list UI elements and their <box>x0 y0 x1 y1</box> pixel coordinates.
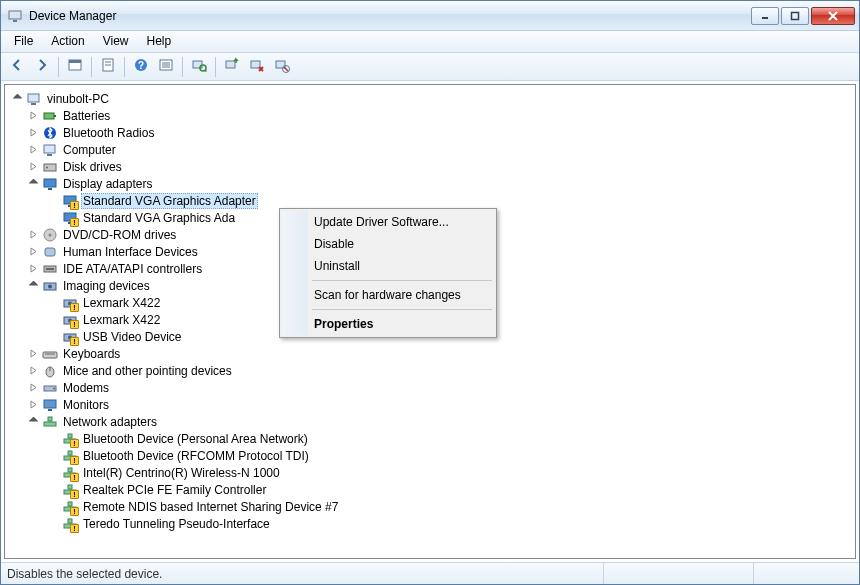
computer-icon <box>42 142 58 158</box>
expand-icon[interactable] <box>27 126 40 139</box>
tree-item-label: Bluetooth Device (Personal Area Network) <box>81 432 310 446</box>
warning-badge: ! <box>70 320 79 329</box>
tree-item-label: Human Interface Devices <box>61 245 200 259</box>
expand-icon[interactable] <box>27 347 40 360</box>
expand-icon[interactable] <box>27 398 40 411</box>
toolbar-show-hide-console-button[interactable] <box>63 55 87 79</box>
menu-view[interactable]: View <box>94 31 138 52</box>
network-icon: ! <box>62 431 78 447</box>
warning-badge: ! <box>70 524 79 533</box>
menu-help[interactable]: Help <box>138 31 181 52</box>
context-menu-uninstall[interactable]: Uninstall <box>282 255 494 277</box>
menu-file[interactable]: File <box>5 31 42 52</box>
svg-rect-77 <box>68 519 72 523</box>
svg-rect-59 <box>48 417 52 421</box>
tree-category[interactable]: Computer <box>7 141 855 158</box>
tree-item-label: Imaging devices <box>61 279 152 293</box>
tree-root[interactable]: vinubolt-PC <box>7 90 855 107</box>
toolbar-back-button[interactable] <box>5 55 29 79</box>
svg-rect-68 <box>68 468 72 472</box>
warning-badge: ! <box>70 490 79 499</box>
tree-item-label: Keyboards <box>61 347 122 361</box>
toolbar-properties-button[interactable] <box>96 55 120 79</box>
network-icon: ! <box>62 499 78 515</box>
tree-category[interactable]: Modems <box>7 379 855 396</box>
svg-rect-39 <box>45 248 55 256</box>
context-menu[interactable]: Update Driver Software...DisableUninstal… <box>279 208 497 338</box>
expand-icon[interactable] <box>27 160 40 173</box>
svg-rect-71 <box>68 485 72 489</box>
expand-icon[interactable] <box>27 381 40 394</box>
svg-point-55 <box>53 387 55 389</box>
tree-device[interactable]: !Remote NDIS based Internet Sharing Devi… <box>7 498 855 515</box>
tree-item-label: Lexmark X422 <box>81 313 162 327</box>
toolbar-update-driver-button[interactable] <box>220 55 244 79</box>
toolbar-forward-button[interactable] <box>30 55 54 79</box>
device-manager-window: Device Manager FileActionViewHelp ? vinu… <box>0 0 860 585</box>
svg-rect-41 <box>46 268 54 270</box>
imaging-icon: ! <box>62 295 78 311</box>
svg-rect-24 <box>44 113 54 119</box>
toolbar-uninstall-button[interactable] <box>245 55 269 79</box>
tree-item-label: Network adapters <box>61 415 159 429</box>
tree-item-label: Display adapters <box>61 177 154 191</box>
tree-category[interactable]: Keyboards <box>7 345 855 362</box>
tree-device[interactable]: !Bluetooth Device (RFCOMM Protocol TDI) <box>7 447 855 464</box>
context-menu-disable[interactable]: Disable <box>282 233 494 255</box>
maximize-button[interactable] <box>781 7 809 25</box>
collapse-icon[interactable] <box>27 279 40 292</box>
titlebar[interactable]: Device Manager <box>1 1 859 31</box>
toolbar-action-list-button[interactable] <box>154 55 178 79</box>
tree-device[interactable]: !Intel(R) Centrino(R) Wireless-N 1000 <box>7 464 855 481</box>
tree-item-label: Bluetooth Radios <box>61 126 156 140</box>
tree-item-label: Standard VGA Graphics Ada <box>81 211 237 225</box>
tree-category[interactable]: Monitors <box>7 396 855 413</box>
warning-badge: ! <box>70 439 79 448</box>
tree-device[interactable]: !Realtek PCIe FE Family Controller <box>7 481 855 498</box>
expand-icon[interactable] <box>27 245 40 258</box>
status-pane-2 <box>753 563 853 584</box>
status-text: Disables the selected device. <box>7 567 162 581</box>
toolbar-scan-hardware-button[interactable] <box>187 55 211 79</box>
expand-icon[interactable] <box>27 143 40 156</box>
expand-icon[interactable] <box>27 109 40 122</box>
tree-category[interactable]: Disk drives <box>7 158 855 175</box>
tree-item-label: Mice and other pointing devices <box>61 364 234 378</box>
tree-category[interactable]: Bluetooth Radios <box>7 124 855 141</box>
tree-category[interactable]: Mice and other pointing devices <box>7 362 855 379</box>
tree-category[interactable]: Batteries <box>7 107 855 124</box>
menu-action[interactable]: Action <box>42 31 93 52</box>
expand-icon[interactable] <box>27 228 40 241</box>
toolbar-help-button[interactable]: ? <box>129 55 153 79</box>
svg-point-30 <box>46 166 48 168</box>
tree-device[interactable]: !Bluetooth Device (Personal Area Network… <box>7 430 855 447</box>
svg-rect-0 <box>9 11 21 19</box>
expand-icon[interactable] <box>27 262 40 275</box>
tree-item-label: Batteries <box>61 109 112 123</box>
context-menu-scan-hardware[interactable]: Scan for hardware changes <box>282 284 494 306</box>
context-menu-properties[interactable]: Properties <box>282 313 494 335</box>
network-icon <box>42 414 58 430</box>
tree-category[interactable]: Network adapters <box>7 413 855 430</box>
tree-device[interactable]: !Standard VGA Graphics Adapter <box>7 192 855 209</box>
tree-item-label: Bluetooth Device (RFCOMM Protocol TDI) <box>81 449 311 463</box>
collapse-icon[interactable] <box>27 415 40 428</box>
tree-item-label: Remote NDIS based Internet Sharing Devic… <box>81 500 340 514</box>
minimize-button[interactable] <box>751 7 779 25</box>
tree-category[interactable]: Display adapters <box>7 175 855 192</box>
dvd-icon <box>42 227 58 243</box>
svg-rect-50 <box>43 352 57 358</box>
tree-device[interactable]: !Teredo Tunneling Pseudo-Interface <box>7 515 855 532</box>
context-menu-update-driver[interactable]: Update Driver Software... <box>282 211 494 233</box>
svg-rect-28 <box>47 154 52 156</box>
collapse-icon[interactable] <box>27 177 40 190</box>
expand-icon[interactable] <box>27 364 40 377</box>
toolbar-disable-button[interactable] <box>270 55 294 79</box>
collapse-icon[interactable] <box>11 92 24 105</box>
computer-root-icon <box>26 91 42 107</box>
imaging-icon: ! <box>62 329 78 345</box>
close-button[interactable] <box>811 7 855 25</box>
keyboard-icon <box>42 346 58 362</box>
svg-rect-19 <box>251 61 260 68</box>
warning-badge: ! <box>70 218 79 227</box>
